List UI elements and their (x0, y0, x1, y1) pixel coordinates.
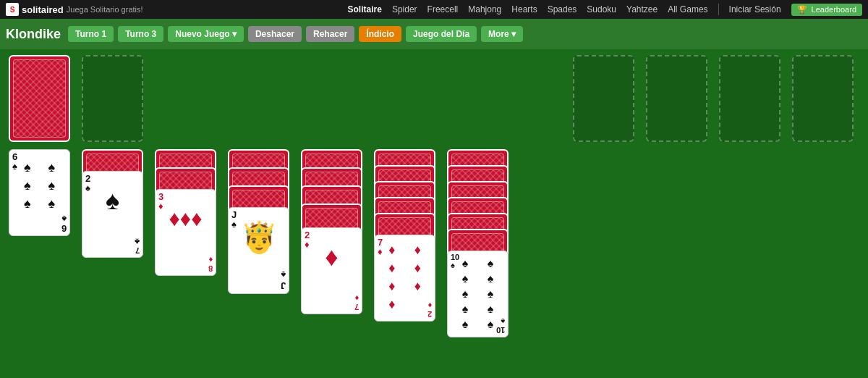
logo-icon: S (6, 3, 19, 16)
tableau-col-2[interactable]: 3♦ ♦♦♦ 8♦ (155, 149, 222, 374)
card-2d-center: ♦ (302, 228, 362, 286)
card-js[interactable]: J♠ 🤴 J♠ (228, 207, 289, 294)
nav-all-games[interactable]: All Games (668, 4, 707, 14)
more-button[interactable]: More (481, 26, 523, 42)
turno1-button[interactable]: Turno 1 (68, 26, 114, 42)
logo-tagline: Juega Solitario gratis! (67, 5, 143, 14)
logo-area[interactable]: S solitaired Juega Solitario gratis! (6, 3, 143, 16)
nav-links: Solitaire Spider Freecell Mahjong Hearts… (348, 4, 862, 16)
deshacer-button[interactable]: Deshacer (248, 26, 302, 42)
nav-spades[interactable]: Spades (548, 4, 577, 14)
signin-button[interactable]: Iniciar Sesión (729, 4, 781, 14)
card-js-center: 🤴 (229, 208, 289, 266)
foundation-2[interactable] (646, 55, 713, 142)
foundation-4[interactable] (792, 55, 859, 142)
rank-br: 6♠ (61, 214, 67, 233)
leaderboard-button[interactable]: 🏆 Leaderboard (791, 4, 862, 16)
trophy-icon: 🏆 (797, 5, 807, 14)
foundation-slot-1[interactable] (573, 55, 634, 142)
juego-del-dia-button[interactable]: Juego del Día (406, 26, 477, 42)
tableau: 6♠ ♠♠ ♠♠ ♠♠ 6♠ 2♠ ♠ 7♣ (9, 149, 859, 374)
foundation-slot-2[interactable] (646, 55, 707, 142)
card-center: ♠♠ ♠♠ ♠♠ (9, 150, 69, 222)
nav-hearts[interactable]: Hearts (511, 4, 537, 14)
game-title: Klondike (6, 27, 61, 42)
nav-solitaire[interactable]: Solitaire (348, 4, 382, 14)
foundation-slot-3[interactable] (719, 55, 780, 142)
card-2s-center: ♠ (82, 172, 142, 230)
stock-card[interactable] (9, 55, 70, 142)
game-area: 6♠ ♠♠ ♠♠ ♠♠ 6♠ 2♠ ♠ 7♣ (0, 49, 868, 378)
card-7d[interactable]: 7♦ ♦♦ ♦♦ ♦♦ ♦ 2♦ (374, 235, 435, 322)
tableau-col-5[interactable]: 7♦ ♦♦ ♦♦ ♦♦ ♦ 2♦ (374, 149, 441, 374)
tableau-col-3[interactable]: J♠ 🤴 J♠ (228, 149, 295, 374)
tableau-col-0[interactable]: 6♠ ♠♠ ♠♠ ♠♠ 6♠ (9, 149, 76, 374)
card-3d[interactable]: 3♦ ♦♦♦ 8♦ (155, 189, 216, 276)
leaderboard-label: Leaderboard (812, 5, 856, 14)
nav-spider[interactable]: Spider (392, 4, 417, 14)
card-6s[interactable]: 6♠ ♠♠ ♠♠ ♠♠ 6♠ (9, 149, 70, 236)
top-navigation: S solitaired Juega Solitario gratis! Sol… (0, 0, 868, 19)
rank-tl: 6♠ (12, 152, 17, 171)
foundation-slot-4[interactable] (792, 55, 854, 142)
card-10s[interactable]: 10♠ ♠♠ ♠♠ ♠♠ ♠♠ ♠♠ 10♠ (447, 251, 509, 337)
top-row (9, 55, 859, 142)
nuevo-juego-button[interactable]: Nuevo Juego (168, 26, 244, 42)
turno3-button[interactable]: Turno 3 (118, 26, 163, 42)
game-toolbar: Klondike Turno 1 Turno 3 Nuevo Juego Des… (0, 19, 868, 49)
card-3d-center: ♦♦♦ (156, 190, 216, 248)
rehacer-button[interactable]: Rehacer (306, 26, 354, 42)
waste-slot[interactable] (82, 55, 143, 142)
nav-mahjong[interactable]: Mahjong (468, 4, 501, 14)
card-2s[interactable]: 2♠ ♠ 7♣ (82, 171, 143, 258)
indicio-button[interactable]: Índicio (359, 26, 401, 42)
foundation-1[interactable] (573, 55, 640, 142)
nav-sudoku[interactable]: Sudoku (587, 4, 616, 14)
logo-text: solitaired (22, 4, 64, 15)
tableau-col-1[interactable]: 2♠ ♠ 7♣ (82, 149, 149, 374)
card-7d-center: ♦♦ ♦♦ ♦♦ ♦ (375, 235, 435, 319)
waste-pile (82, 55, 149, 142)
stock-pile[interactable] (9, 55, 76, 142)
tableau-col-6[interactable]: 10♠ ♠♠ ♠♠ ♠♠ ♠♠ ♠♠ 10♠ (447, 149, 514, 374)
tableau-col-4[interactable]: 2♦ ♦ 7♦ (301, 149, 368, 374)
card-2d[interactable]: 2♦ ♦ 7♦ (301, 227, 362, 314)
nav-yahtzee[interactable]: Yahtzee (626, 4, 658, 14)
nav-freecell[interactable]: Freecell (427, 4, 459, 14)
foundation-3[interactable] (719, 55, 786, 142)
